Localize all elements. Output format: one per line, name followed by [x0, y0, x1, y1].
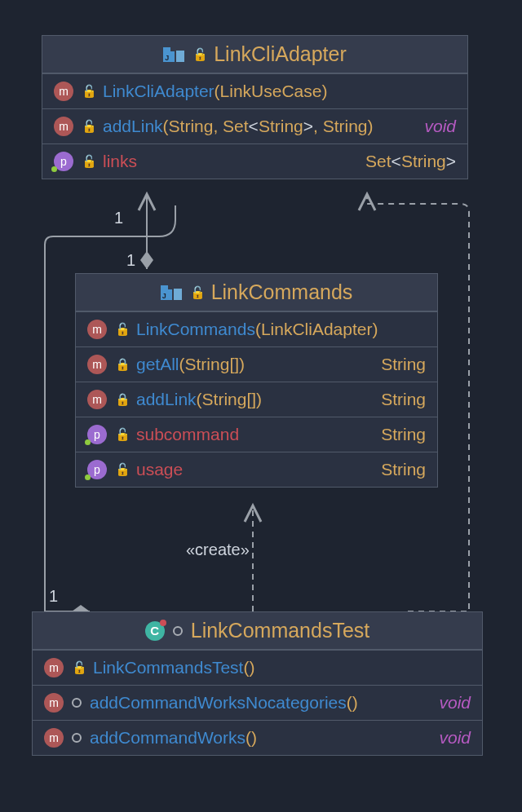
class-link-cli-adapter: 🔓 LinkCliAdapter m 🔓 LinkCliAdapter(Link…: [42, 35, 468, 179]
lock-closed-icon: 🔒: [115, 357, 128, 372]
method-sig: addCommandWorks(): [90, 728, 257, 748]
class-header: 🔓 LinkCommands: [76, 274, 437, 311]
property-name: subcommand: [136, 425, 239, 444]
property-row: p 🔓 usage String: [76, 452, 437, 487]
method-icon: m: [44, 728, 64, 748]
method-row: m 🔒 getAll(String[]) String: [76, 346, 437, 382]
return-type: String: [381, 390, 426, 409]
stereotype-create: «create»: [186, 541, 250, 559]
property-row: p 🔓 subcommand String: [76, 417, 437, 452]
method-row: m 🔓 LinkCommandsTest(): [33, 650, 482, 685]
property-type: Set<String>: [365, 152, 456, 171]
method-icon: m: [87, 390, 107, 409]
property-type: String: [381, 460, 426, 479]
method-icon: m: [87, 320, 107, 339]
return-type: String: [381, 355, 426, 374]
class-title: LinkCommandsTest: [191, 619, 370, 642]
lock-open-icon: 🔓: [115, 462, 128, 477]
lock-open-icon: 🔓: [82, 84, 95, 99]
lock-open-icon: 🔓: [82, 119, 95, 134]
method-sig: LinkCliAdapter(LinkUseCase): [103, 82, 327, 101]
multiplicity-1a: 1: [114, 209, 123, 227]
class-title: LinkCliAdapter: [214, 42, 347, 66]
method-sig: addLink(String, Set<String>, String): [103, 117, 374, 136]
lock-open-icon: 🔓: [192, 47, 206, 62]
property-row: p 🔓 links Set<String>: [42, 143, 467, 179]
return-type: void: [439, 693, 471, 713]
lock-open-icon: 🔓: [115, 427, 128, 442]
svg-marker-0: [140, 251, 153, 269]
method-sig: addLink(String[]): [136, 390, 262, 409]
property-type: String: [381, 425, 426, 444]
lock-closed-icon: 🔒: [115, 392, 128, 407]
method-sig: LinkCommands(LinkCliAdapter): [136, 320, 378, 339]
property-icon: p: [87, 425, 107, 444]
method-icon: m: [44, 693, 64, 713]
class-link-commands-test: C LinkCommandsTest m 🔓 LinkCommandsTest(…: [32, 611, 483, 756]
java-class-icon: [163, 47, 184, 62]
method-icon: m: [54, 117, 73, 136]
method-icon: m: [44, 658, 64, 677]
property-icon: p: [87, 460, 107, 479]
method-icon: m: [54, 82, 73, 101]
return-type: void: [424, 117, 456, 136]
return-type: void: [439, 728, 471, 748]
method-sig: getAll(String[]): [136, 355, 245, 374]
test-class-icon: C: [145, 621, 165, 641]
property-name: usage: [136, 460, 183, 479]
method-row: m addCommandWorks() void: [33, 720, 482, 755]
lock-open-icon: 🔓: [72, 660, 85, 675]
method-sig: LinkCommandsTest(): [93, 658, 254, 677]
lock-open-icon: 🔓: [82, 154, 95, 169]
class-header: C LinkCommandsTest: [33, 612, 482, 650]
method-icon: m: [87, 355, 107, 374]
method-row: m 🔓 LinkCliAdapter(LinkUseCase): [42, 73, 467, 108]
class-link-commands: 🔓 LinkCommands m 🔓 LinkCommands(LinkCliA…: [75, 273, 438, 488]
method-row: m 🔓 addLink(String, Set<String>, String)…: [42, 108, 467, 143]
property-icon: p: [54, 152, 73, 171]
method-row: m 🔓 LinkCommands(LinkCliAdapter): [76, 311, 437, 346]
package-visibility-icon: [72, 733, 82, 743]
class-title: LinkCommands: [211, 280, 353, 304]
lock-open-icon: 🔓: [115, 322, 128, 337]
java-class-icon: [161, 285, 182, 300]
method-row: m addCommandWorksNocategories() void: [33, 685, 482, 720]
multiplicity-1c: 1: [49, 587, 58, 606]
method-row: m 🔒 addLink(String[]) String: [76, 382, 437, 417]
package-visibility-icon: [173, 626, 183, 636]
package-visibility-icon: [72, 698, 82, 708]
class-header: 🔓 LinkCliAdapter: [42, 36, 467, 73]
lock-open-icon: 🔓: [190, 285, 203, 300]
method-sig: addCommandWorksNocategories(): [90, 693, 358, 713]
multiplicity-1b: 1: [126, 251, 135, 270]
property-name: links: [103, 152, 137, 171]
